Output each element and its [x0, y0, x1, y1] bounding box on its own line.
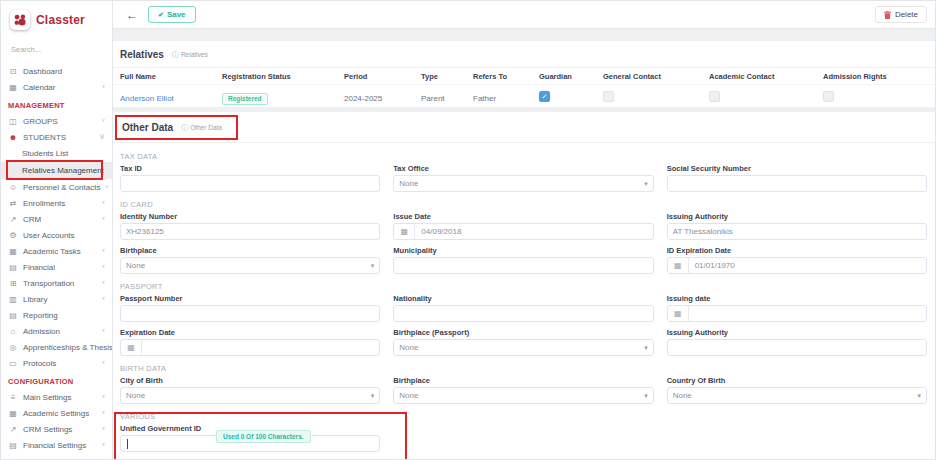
sidebar-item-financial[interactable]: ▤Financial‹ — [1, 259, 112, 275]
admission-rights-checkbox[interactable] — [823, 91, 834, 102]
social-security-number-input[interactable] — [667, 175, 927, 192]
sidebar-item-dashboard[interactable]: ⊡Dashboard — [1, 63, 112, 79]
classter-logo-icon — [10, 10, 30, 30]
sidebar-search — [1, 36, 112, 63]
sidebar-item-protocols[interactable]: ▭Protocols‹ — [1, 355, 112, 371]
sidebar-item-apprenticeships-thesis[interactable]: ◎Apprenticeships & Thesis‹ — [1, 339, 112, 355]
tax-id-input[interactable] — [120, 175, 380, 192]
sidebar-item-relatives-management[interactable]: Relatives Management — [1, 162, 112, 179]
chevron-icon: ‹ — [102, 83, 105, 91]
field-label: ID Expiration Date — [667, 246, 927, 255]
field-label: Birthplace (Passport) — [393, 328, 653, 337]
sidebar-item-user-accounts[interactable]: ⚙User Accounts — [1, 227, 112, 243]
sidebar-item-label: Dashboard — [23, 67, 62, 76]
birthplace-select[interactable]: None▾ — [120, 257, 380, 274]
sidebar-item-personnel-contacts[interactable]: ☺Personnel & Contacts‹ — [1, 179, 112, 195]
field-tax-office: Tax OfficeNone▾ — [393, 164, 653, 192]
issuing-authority-input[interactable]: AT Thessalonikis — [667, 223, 927, 240]
group-heading: PASSPORT — [120, 282, 927, 291]
sidebar-item-admission[interactable]: ⌂Admission‹ — [1, 323, 112, 339]
field-value: 01/01/1970 — [689, 261, 735, 270]
period-cell: 2024-2025 — [344, 94, 382, 103]
field-label: Country Of Birth — [667, 376, 927, 385]
field-passport-number: Passport Number — [120, 294, 380, 322]
group-various: VARIOUSUnified Government IDUsed 0 Of 10… — [120, 412, 927, 452]
sidebar-item-library[interactable]: ▥Library‹ — [1, 291, 112, 307]
field-nationality: Nationality — [393, 294, 653, 322]
chevron-down-icon: ▾ — [371, 392, 375, 400]
sidebar-item-label: Protocols — [23, 359, 56, 368]
field-label: Issuing date — [667, 294, 927, 303]
guardian-checkbox[interactable]: ✓ — [539, 91, 550, 102]
save-button[interactable]: ✔ Save — [148, 6, 196, 23]
birthplace-passport-select[interactable]: None▾ — [393, 339, 653, 356]
sidebar-item-main-settings[interactable]: ≡Main Settings‹ — [1, 389, 112, 405]
relatives-table-header: Full NameRegistration StatusPeriodTypeRe… — [113, 68, 935, 85]
municipality-input[interactable] — [393, 257, 653, 274]
delete-button[interactable]: Delete — [875, 6, 927, 23]
logo[interactable]: Classter — [1, 1, 112, 36]
calendar-icon: ▦ — [394, 224, 415, 239]
column-header-full-name: Full Name — [120, 72, 222, 81]
field-city-of-birth: City of BirthNone▾ — [120, 376, 380, 404]
sidebar-item-reporting[interactable]: ▤Reporting — [1, 307, 112, 323]
identity-number-input[interactable]: XH236125 — [120, 223, 380, 240]
city-of-birth-select[interactable]: None▾ — [120, 387, 380, 404]
sidebar-item-enrollments[interactable]: ⇄Enrollments‹ — [1, 195, 112, 211]
sidebar-item-label: STUDENTS — [23, 133, 66, 142]
sidebar-item-academic-settings[interactable]: ▦Academic Settings‹ — [1, 405, 112, 421]
birthplace-select[interactable]: None▾ — [393, 387, 653, 404]
sidebar-item-transportation[interactable]: ⊞Transportation‹ — [1, 453, 112, 459]
main-settings-icon: ≡ — [8, 393, 18, 402]
sidebar-item-label: Financial Settings — [23, 441, 86, 450]
field-value: AT Thessalonikis — [673, 227, 733, 236]
academic-contact-checkbox[interactable] — [709, 91, 720, 102]
group-birth-data: BIRTH DATACity of BirthNone▾BirthplaceNo… — [120, 364, 927, 404]
sidebar-item-label: Main Settings — [23, 393, 71, 402]
tax-office-select[interactable]: None▾ — [393, 175, 653, 192]
chevron-icon: ‹ — [102, 263, 105, 271]
sidebar-item-groups[interactable]: ◫GROUPS‹ — [1, 113, 112, 129]
sidebar-item-label: GROUPS — [23, 117, 58, 126]
issue-date-date-input[interactable]: ▦04/09/2018 — [393, 223, 653, 240]
issuing-authority-input[interactable] — [667, 339, 927, 356]
sidebar-item-academic-tasks[interactable]: ▦Academic Tasks‹ — [1, 243, 112, 259]
other-data-card-header: Other Data ⓘ Other Data — [113, 112, 935, 143]
relative-name-link[interactable]: Anderson Elliot — [120, 94, 174, 103]
nationality-input[interactable] — [393, 305, 653, 322]
search-input[interactable] — [11, 45, 102, 54]
field-label: City of Birth — [120, 376, 380, 385]
country-of-birth-select[interactable]: None▾ — [667, 387, 927, 404]
chevron-icon: ‹ — [102, 409, 105, 417]
sidebar-item-label: Apprenticeships & Thesis — [23, 343, 112, 352]
chevron-icon: ‹ — [102, 425, 105, 433]
field-issuing-authority: Issuing Authority — [667, 328, 927, 356]
sidebar-item-crm[interactable]: ↗CRM‹ — [1, 211, 112, 227]
sidebar-item-transportation[interactable]: ⊞Transportation‹ — [1, 275, 112, 291]
sidebar-item-financial-settings[interactable]: ▤Financial Settings‹ — [1, 437, 112, 453]
issuing-date-date-input[interactable]: ▦ — [667, 305, 927, 322]
sidebar-item-calendar[interactable]: ▦Calendar‹ — [1, 79, 112, 95]
field-label: Tax ID — [120, 164, 380, 173]
reporting-icon: ▤ — [8, 311, 18, 320]
transportation-icon: ⊞ — [8, 279, 18, 288]
chevron-icon: ‹ — [102, 199, 105, 207]
other-data-card: Other Data ⓘ Other Data TAX DATATax IDTa… — [113, 112, 935, 459]
protocols-icon: ▭ — [8, 359, 18, 368]
sidebar-item-students[interactable]: ☻STUDENTS∨ — [1, 129, 112, 145]
expiration-date-date-input[interactable]: ▦ — [120, 339, 380, 356]
chevron-icon: ‹ — [102, 441, 105, 449]
general-contact-checkbox[interactable] — [603, 91, 614, 102]
field-unified-government-id: Unified Government IDUsed 0 Of 100 Chara… — [120, 424, 380, 452]
nav-section-management: MANAGEMENT — [1, 95, 112, 113]
sidebar-item-students-list[interactable]: Students List — [1, 145, 112, 162]
id-expiration-date-date-input[interactable]: ▦01/01/1970 — [667, 257, 927, 274]
sidebar-item-crm-settings[interactable]: ↗CRM Settings‹ — [1, 421, 112, 437]
logo-text: Classter — [36, 13, 85, 27]
field-value: None — [673, 391, 692, 400]
info-icon: ⓘ — [181, 123, 188, 133]
check-icon: ✔ — [158, 11, 164, 19]
passport-number-input[interactable] — [120, 305, 380, 322]
field-birthplace: BirthplaceNone▾ — [393, 376, 653, 404]
back-button[interactable]: ← — [126, 9, 138, 21]
